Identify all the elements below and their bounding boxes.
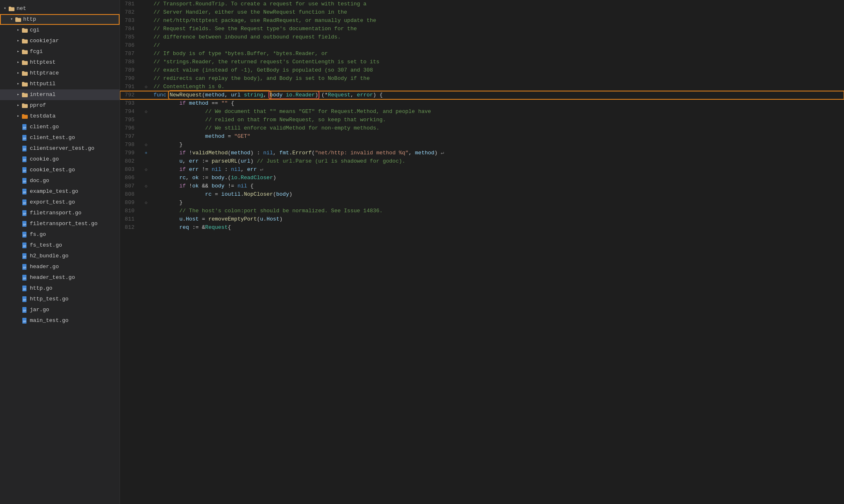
line-content[interactable]: // We still enforce validMethod for non-… [149, 124, 844, 132]
line-gutter [143, 58, 149, 66]
line-content[interactable]: // net/http/httptest package, use ReadRe… [149, 17, 844, 25]
line-number: 788 [120, 58, 143, 66]
sidebar-item-label: cookie.go [30, 155, 59, 164]
sidebar-item-jar-go[interactable]: go jar.go [0, 305, 120, 315]
sidebar-item-example-test-go[interactable]: go example_test.go [0, 186, 120, 197]
go-file-icon: go [22, 124, 28, 130]
sidebar-item-label: fs.go [30, 230, 46, 239]
fold-icon[interactable]: ◇ [145, 166, 148, 174]
sidebar-item-pprof[interactable]: pprof [0, 100, 120, 111]
code-line-784: 784 // Request fields. See the Request t… [120, 25, 844, 33]
line-content[interactable]: u.Host = removeEmptyPort(u.Host) [149, 215, 844, 223]
sidebar-item-h2-bundle-go[interactable]: go h2_bundle.go [0, 251, 120, 262]
go-file-icon: go [22, 317, 28, 324]
folder-icon [22, 91, 28, 98]
sidebar-item-httptrace[interactable]: httptrace [0, 68, 120, 79]
sidebar-item-cookie-test-go[interactable]: go cookie_test.go [0, 165, 120, 175]
fold-icon[interactable]: ◇ [145, 108, 148, 116]
line-content[interactable]: // relied on that from NewRequest, so ke… [149, 116, 844, 124]
line-gutter: ◇ [143, 108, 149, 116]
sidebar-item-fcgi[interactable]: fcgi [0, 46, 120, 57]
line-content[interactable]: // Request fields. See the Request type'… [149, 25, 844, 33]
line-content[interactable]: // redirects can replay the body), and B… [149, 74, 844, 83]
file-tree[interactable]: net http cgi cookiejar [0, 0, 120, 504]
fold-icon[interactable]: ◇ [145, 182, 148, 190]
line-content[interactable]: // We document that "" means "GET" for R… [149, 108, 844, 116]
line-content[interactable]: } [149, 141, 844, 149]
svg-text:go: go [23, 298, 26, 301]
svg-text:go: go [23, 266, 26, 269]
line-content[interactable]: func NewRequest(method, url string, body… [149, 91, 844, 99]
code-editor[interactable]: 781 // Transport.RoundTrip. To create a … [120, 0, 844, 504]
line-content[interactable]: if err != nil : nil, err ↵ [149, 166, 844, 174]
line-content[interactable]: // Transport.RoundTrip. To create a requ… [149, 0, 844, 8]
code-line-795: 795 // relied on that from NewRequest, s… [120, 116, 844, 124]
fold-icon[interactable]: ◇ [145, 199, 148, 207]
sidebar-item-label: example_test.go [30, 187, 78, 196]
line-content[interactable]: // Server Handler, either use the NewReq… [149, 8, 844, 17]
go-file-icon: go [22, 242, 28, 249]
line-content[interactable]: req := &Request{ [149, 223, 844, 232]
line-content[interactable]: // difference between inbound and outbou… [149, 33, 844, 41]
sidebar-item-cgi[interactable]: cgi [0, 25, 120, 36]
sidebar-item-net[interactable]: net [0, 3, 120, 14]
sidebar-item-filetransport-test-go[interactable]: go filetransport_test.go [0, 218, 120, 229]
line-content[interactable]: if !validMethod(method) : nil, fmt.Error… [149, 149, 844, 157]
sidebar-item-filetransport-go[interactable]: go filetransport.go [0, 208, 120, 218]
go-file-icon: go [22, 307, 28, 313]
sidebar-item-testdata[interactable]: testdata [0, 111, 120, 122]
line-content[interactable]: // exact value (instead of -1), GetBody … [149, 66, 844, 74]
fold-icon[interactable]: ◇ [145, 83, 148, 91]
sidebar-item-clientserver-test-go[interactable]: go clientserver_test.go [0, 143, 120, 154]
sidebar-item-cookie-go[interactable]: go cookie.go [0, 154, 120, 165]
line-content[interactable]: method = "GET" [149, 132, 844, 141]
chevron-right-icon [15, 70, 22, 77]
sidebar-item-header-go[interactable]: go header.go [0, 262, 120, 272]
sidebar-item-header-test-go[interactable]: go header_test.go [0, 272, 120, 283]
sidebar-item-http-go[interactable]: go http.go [0, 283, 120, 294]
line-gutter [143, 66, 149, 74]
line-content[interactable]: // The host's colon:port should be norma… [149, 207, 844, 215]
sidebar-item-label: net [17, 4, 26, 13]
sidebar-item-client-test-go[interactable]: go client_test.go [0, 132, 120, 143]
svg-text:go: go [23, 180, 26, 183]
go-file-icon: go [22, 285, 28, 292]
line-content[interactable]: // [149, 41, 844, 50]
sidebar-item-fs-go[interactable]: go fs.go [0, 229, 120, 240]
sidebar-item-httptest[interactable]: httptest [0, 57, 120, 68]
line-content[interactable]: } [149, 199, 844, 207]
svg-text:go: go [23, 212, 26, 215]
line-gutter [143, 124, 149, 132]
sidebar-item-http[interactable]: http [0, 14, 120, 25]
line-content[interactable]: rc, ok := body.(io.ReadCloser) [149, 174, 844, 182]
sidebar-item-label: cookiejar [30, 36, 59, 46]
sidebar-item-fs-test-go[interactable]: go fs_test.go [0, 240, 120, 251]
line-content[interactable]: // ContentLength is 0. [149, 83, 844, 91]
sidebar-item-export-test-go[interactable]: go export_test.go [0, 197, 120, 208]
svg-text:go: go [23, 158, 26, 161]
line-number: 802 [120, 157, 143, 166]
go-file-icon: go [22, 178, 28, 184]
line-content[interactable]: rc = ioutil.NopCloser(body) [149, 190, 844, 199]
sidebar-item-doc-go[interactable]: go doc.go [0, 175, 120, 186]
sidebar-item-cookiejar[interactable]: cookiejar [0, 36, 120, 46]
sidebar-item-client-go[interactable]: go client.go [0, 122, 120, 132]
chevron-right-icon [15, 59, 22, 66]
line-content[interactable]: // If body is of type *bytes.Buffer, *by… [149, 50, 844, 58]
sidebar-item-http-test-go[interactable]: go http_test.go [0, 294, 120, 305]
go-file-icon: go [22, 231, 28, 238]
line-content[interactable]: // *strings.Reader, the returned request… [149, 58, 844, 66]
line-gutter [143, 99, 149, 108]
line-content[interactable]: if !ok && body != nil { [149, 182, 844, 190]
sidebar-item-main-test-go[interactable]: go main_test.go [0, 315, 120, 326]
sidebar-item-httputil[interactable]: httputil [0, 79, 120, 89]
fold-icon[interactable]: ◇ [145, 141, 148, 149]
line-content[interactable]: u, err := parseURL(url) // Just url.Pars… [149, 157, 844, 166]
line-gutter [143, 74, 149, 83]
code-content: 781 // Transport.RoundTrip. To create a … [120, 0, 844, 232]
line-content[interactable]: if method == "" { [149, 99, 844, 108]
code-line-797: 797 method = "GET" [120, 132, 844, 141]
line-gutter [143, 116, 149, 124]
line-gutter [143, 8, 149, 17]
sidebar-item-internal[interactable]: internal [0, 89, 120, 100]
